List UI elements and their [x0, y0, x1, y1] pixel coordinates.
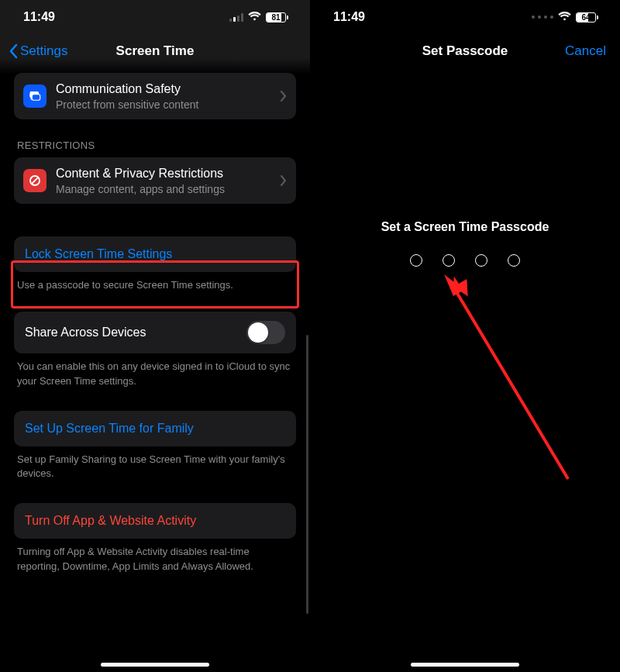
svg-rect-1 — [32, 95, 40, 101]
annotation-arrow-icon — [438, 264, 577, 488]
back-label: Settings — [20, 43, 67, 59]
cell-subtitle: Protect from sensitive content — [56, 98, 276, 111]
restrictions-icon — [23, 169, 46, 192]
cellular-dots-icon — [532, 16, 553, 19]
passcode-prompt: Set a Screen Time Passcode — [310, 220, 620, 234]
cell-title: Lock Screen Time Settings — [25, 247, 172, 261]
passcode-dot — [443, 254, 455, 267]
passcode-dot — [508, 254, 520, 267]
back-button[interactable]: Settings — [8, 43, 67, 59]
restrictions-header: Restrictions — [17, 140, 293, 151]
chevron-right-icon — [281, 91, 287, 102]
set-passcode-screen: 11:49 64 Set Passcode Cancel Set a Scree… — [310, 0, 620, 672]
svg-marker-6 — [444, 274, 464, 296]
passcode-dot — [475, 254, 487, 267]
home-indicator[interactable] — [411, 663, 519, 667]
cell-title: Set Up Screen Time for Family — [25, 422, 194, 436]
family-footer: Set up Family Sharing to use Screen Time… — [17, 453, 293, 482]
cancel-button[interactable]: Cancel — [565, 43, 606, 59]
content-privacy-cell[interactable]: Content & Privacy Restrictions Manage co… — [14, 157, 296, 204]
chevron-right-icon — [281, 175, 287, 186]
status-bar: 11:49 64 — [310, 0, 620, 34]
communication-safety-cell[interactable]: Communication Safety Protect from sensit… — [14, 73, 296, 119]
share-across-devices-cell[interactable]: Share Across Devices — [14, 312, 296, 353]
svg-marker-5 — [453, 279, 474, 300]
svg-line-3 — [32, 177, 38, 184]
share-footer: You can enable this on any device signed… — [17, 360, 293, 389]
status-time: 11:49 — [333, 10, 365, 24]
battery-icon: 64 — [576, 12, 598, 22]
screen-time-settings-screen: 11:49 81 Settings Screen Time — [0, 0, 310, 672]
home-indicator[interactable] — [101, 663, 209, 667]
share-toggle[interactable] — [246, 321, 285, 344]
lock-footer: Use a passcode to secure Screen Time set… — [17, 278, 293, 293]
turnoff-footer: Turning off App & Website Activity disab… — [17, 545, 293, 574]
passcode-dots — [310, 254, 620, 267]
communication-safety-icon — [23, 84, 46, 108]
nav-bar: Set Passcode Cancel — [310, 34, 620, 68]
nav-bar: Settings Screen Time — [0, 34, 310, 68]
battery-icon: 81 — [266, 12, 288, 22]
cell-subtitle: Manage content, apps and settings — [56, 183, 276, 195]
wifi-icon — [558, 10, 571, 24]
passcode-dot — [410, 254, 422, 267]
wifi-icon — [248, 10, 261, 24]
scroll-indicator — [306, 335, 308, 614]
turn-off-activity-cell[interactable]: Turn Off App & Website Activity — [14, 503, 296, 539]
cell-title: Content & Privacy Restrictions — [56, 166, 276, 181]
status-bar: 11:49 81 — [0, 0, 310, 34]
svg-line-4 — [453, 287, 568, 479]
status-time: 11:49 — [23, 10, 55, 24]
setup-family-cell[interactable]: Set Up Screen Time for Family — [14, 411, 296, 446]
cell-title: Communication Safety — [56, 81, 276, 97]
lock-screen-time-cell[interactable]: Lock Screen Time Settings — [14, 236, 296, 272]
cell-title: Turn Off App & Website Activity — [25, 514, 196, 528]
cell-title: Share Across Devices — [25, 325, 146, 340]
cellular-signal-icon — [229, 12, 243, 22]
